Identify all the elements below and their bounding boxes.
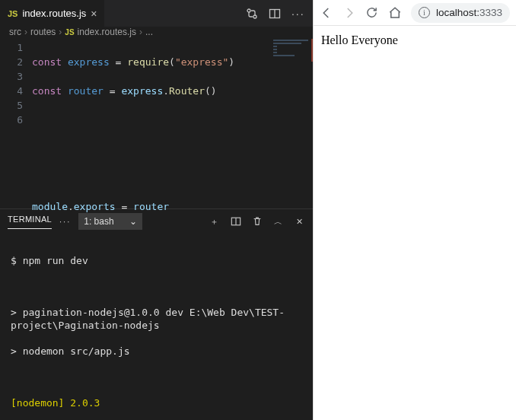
- browser-pane: i localhost:3333 Hello Everyone: [313, 0, 516, 420]
- code-token: router: [133, 201, 169, 212]
- terminal-line: $ npm run dev: [11, 254, 302, 267]
- code-token: ): [228, 56, 234, 68]
- code-editor[interactable]: 1 2 3 4 5 6 const express = require("exp…: [0, 37, 313, 208]
- line-number: 3: [0, 69, 23, 84]
- line-number: 1: [0, 40, 23, 55]
- code-token: router: [68, 85, 104, 97]
- editor-tabbar: JS index.routes.js × ···: [0, 0, 313, 27]
- close-tab-icon[interactable]: ×: [91, 8, 97, 20]
- page-body-text: Hello Everyone: [321, 33, 398, 46]
- code-token: express: [68, 56, 110, 68]
- line-number: 2: [0, 55, 23, 69]
- site-info-icon[interactable]: i: [419, 7, 430, 18]
- code-token: exports: [74, 201, 116, 212]
- line-gutter: 1 2 3 4 5 6: [0, 37, 32, 208]
- code-token: =: [116, 201, 133, 212]
- git-compare-icon[interactable]: [246, 8, 258, 20]
- home-button[interactable]: [388, 6, 402, 20]
- breadcrumb[interactable]: src › routes › JS index.routes.js › ...: [0, 27, 313, 37]
- chevron-right-icon: ›: [139, 27, 142, 37]
- minimap-content: [273, 40, 308, 58]
- code-token: (: [169, 56, 175, 68]
- code-token: express: [121, 85, 163, 97]
- line-number: 6: [0, 113, 23, 127]
- code-token: Router: [169, 85, 205, 97]
- tab-actions: ···: [246, 8, 313, 20]
- line-number: 5: [0, 98, 23, 113]
- crumb-src[interactable]: src: [9, 27, 21, 37]
- code-token: .: [68, 201, 74, 212]
- code-token: "express": [175, 56, 228, 68]
- terminal-line: > pagination-nodejs@1.0.0 dev E:\Web Dev…: [11, 306, 302, 332]
- tab-filename: index.routes.js: [22, 8, 86, 19]
- code-token: =: [104, 85, 121, 97]
- terminal-line: > nodemon src/app.js: [11, 345, 302, 358]
- line-number: 4: [0, 84, 23, 98]
- chevron-right-icon: ›: [24, 27, 27, 37]
- browser-viewport: Hello Everyone: [314, 26, 516, 420]
- address-bar[interactable]: i localhost:3333: [411, 3, 510, 23]
- vscode-pane: JS index.routes.js × ··· src › routes › …: [0, 0, 313, 420]
- minimap[interactable]: [270, 37, 313, 208]
- crumb-routes[interactable]: routes: [30, 27, 56, 37]
- code-token: require: [127, 56, 169, 68]
- split-editor-icon[interactable]: [269, 8, 281, 20]
- code-token: (): [205, 85, 217, 97]
- code-token: .: [163, 85, 169, 97]
- more-actions-icon[interactable]: ···: [291, 8, 304, 20]
- svg-point-1: [253, 15, 256, 18]
- browser-toolbar: i localhost:3333: [314, 0, 516, 26]
- svg-point-0: [247, 9, 250, 12]
- chevron-right-icon: ›: [59, 27, 62, 37]
- js-file-icon: JS: [8, 9, 18, 18]
- url-text: localhost:3333: [436, 7, 502, 18]
- terminal-line: [nodemon] 2.0.3: [11, 396, 302, 409]
- code-token: module: [32, 201, 68, 212]
- reload-button[interactable]: [365, 6, 379, 20]
- back-button[interactable]: [320, 6, 333, 20]
- minimap-overview-marker: [311, 39, 313, 62]
- js-file-icon: JS: [65, 28, 74, 37]
- terminal-body[interactable]: $ npm run dev > pagination-nodejs@1.0.0 …: [0, 234, 313, 420]
- code-token: const: [32, 56, 62, 68]
- code-token: =: [110, 56, 127, 68]
- code-token: const: [32, 85, 62, 97]
- forward-button[interactable]: [342, 6, 356, 20]
- crumb-file[interactable]: index.routes.js: [78, 27, 136, 37]
- crumb-more[interactable]: ...: [145, 27, 153, 37]
- tab-index-routes[interactable]: JS index.routes.js ×: [0, 0, 104, 27]
